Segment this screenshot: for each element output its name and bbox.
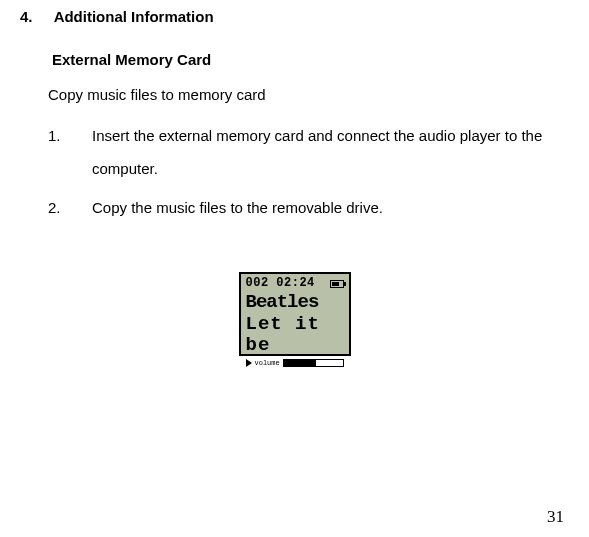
player-lcd-screen: 002 02:24 Beatles Let it be volume [239,272,351,356]
player-bottom-row: volume [246,359,344,367]
volume-bar [283,359,344,367]
content-area: External Memory Card Copy music files to… [52,51,569,224]
battery-icon [330,280,344,288]
step-text: Copy the music files to the removable dr… [92,191,569,224]
volume-fill [284,360,316,366]
section-header: 4. Additional Information [20,8,569,25]
step-number: 1. [48,119,92,185]
section-number: 4. [20,8,50,25]
track-info-text: 002 02:24 [246,277,315,291]
page-number: 31 [547,507,564,527]
section-title: Additional Information [54,8,214,25]
intro-text: Copy music files to memory card [48,86,569,103]
player-screenshot: 002 02:24 Beatles Let it be volume [20,272,569,356]
subheading: External Memory Card [52,51,569,68]
player-status-row: 002 02:24 [246,277,344,291]
play-icon [246,359,252,367]
volume-label: volume [255,359,280,367]
step-number: 2. [48,191,92,224]
player-track-text: Let it be [246,314,344,358]
step-text: Insert the external memory card and conn… [92,119,569,185]
player-artist-text: Beatles [246,292,344,314]
battery-fill [332,282,339,286]
step-item: 2. Copy the music files to the removable… [48,191,569,224]
step-item: 1. Insert the external memory card and c… [48,119,569,185]
